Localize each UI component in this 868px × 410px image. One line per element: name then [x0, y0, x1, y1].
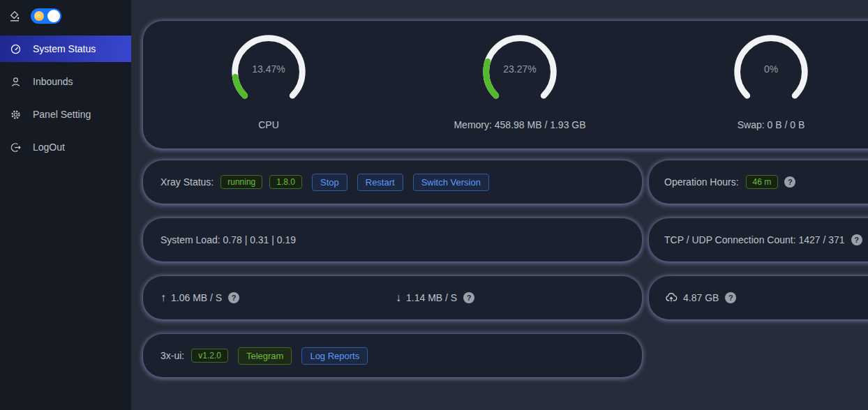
- sidebar-theme-row: [0, 0, 131, 27]
- network-speed-card: ↑ 1.06 MB / S ? ↓ 1.14 MB / S ?: [143, 276, 642, 319]
- swap-percent: 0%: [731, 63, 811, 75]
- cpu-gauge: 13.47% CPU: [150, 31, 387, 149]
- cpu-percent: 13.47%: [228, 63, 309, 75]
- download-arrow-icon: ↓: [396, 291, 401, 304]
- sidebar-item-label: System Status: [33, 43, 96, 54]
- download-speed-value: 1.14 MB / S: [406, 292, 457, 303]
- connection-count-text: TCP / UDP Connection Count: 1427 / 371: [664, 234, 845, 245]
- sidebar: System Status Inbounds Panel Setting Log…: [0, 0, 131, 410]
- user-icon: [10, 76, 22, 88]
- sidebar-item-system-status[interactable]: System Status: [0, 36, 131, 62]
- operation-hours-label: Operation Hours:: [664, 176, 739, 188]
- sidebar-item-logout[interactable]: LogOut: [0, 134, 131, 160]
- switch-version-button[interactable]: Switch Version: [413, 174, 489, 191]
- xray-status-card: Xray Status: running 1.8.0 Stop Restart …: [143, 160, 642, 204]
- upload-arrow-icon: ↑: [160, 291, 166, 304]
- operation-hours-card: Operation Hours: 46 m ?: [649, 160, 868, 204]
- total-usage-card: 4.87 GB ?: [649, 276, 868, 319]
- bg-colors-icon: [8, 10, 21, 22]
- toggle-knob: [47, 10, 60, 22]
- sidebar-item-label: LogOut: [33, 142, 65, 153]
- app-version-card: 3x-ui: v1.2.0 Telegram Log Reports: [143, 334, 642, 377]
- theme-toggle[interactable]: [31, 8, 61, 24]
- main-content: 13.47% CPU 23.27% Memory: 458.98 MB / 1.…: [131, 0, 868, 410]
- help-icon[interactable]: ?: [463, 292, 474, 303]
- system-load-card: System Load: 0.78 | 0.31 | 0.19: [143, 218, 642, 261]
- memory-gauge: 23.27% Memory: 458.98 MB / 1.93 GB: [401, 31, 638, 149]
- sidebar-item-panel-setting[interactable]: Panel Setting: [0, 101, 131, 128]
- cloud-upload-icon: [664, 291, 678, 305]
- connection-count-card: TCP / UDP Connection Count: 1427 / 371 ?: [649, 218, 868, 261]
- memory-percent: 23.27%: [479, 63, 560, 75]
- telegram-button[interactable]: Telegram: [238, 347, 292, 365]
- system-gauges-card: 13.47% CPU 23.27% Memory: 458.98 MB / 1.…: [143, 21, 868, 149]
- swap-caption: Swap: 0 B / 0 B: [738, 119, 805, 130]
- cpu-caption: CPU: [258, 119, 279, 130]
- logout-icon: [10, 142, 22, 153]
- total-usage-value: 4.87 GB: [683, 292, 719, 303]
- xray-running-tag: running: [220, 175, 262, 189]
- xray-version-tag: 1.8.0: [269, 175, 302, 189]
- restart-button[interactable]: Restart: [357, 174, 403, 191]
- dashboard-icon: [10, 43, 22, 55]
- operation-hours-tag: 46 m: [746, 175, 779, 189]
- help-icon[interactable]: ?: [725, 292, 736, 303]
- sidebar-item-label: Inbounds: [33, 76, 73, 87]
- xray-status-label: Xray Status:: [160, 176, 214, 188]
- swap-gauge: 0% Swap: 0 B / 0 B: [652, 31, 868, 149]
- memory-caption: Memory: 458.98 MB / 1.93 GB: [454, 119, 585, 130]
- gear-icon: [10, 109, 22, 121]
- help-icon[interactable]: ?: [851, 234, 862, 245]
- app-version-tag: v1.2.0: [191, 349, 228, 363]
- log-reports-button[interactable]: Log Reports: [301, 347, 368, 365]
- help-icon[interactable]: ?: [784, 176, 795, 188]
- sun-icon: [34, 11, 44, 21]
- sidebar-menu: System Status Inbounds Panel Setting Log…: [0, 36, 131, 160]
- sidebar-item-inbounds[interactable]: Inbounds: [0, 68, 131, 95]
- system-load-text: System Load: 0.78 | 0.31 | 0.19: [160, 234, 296, 245]
- help-icon[interactable]: ?: [228, 292, 239, 303]
- upload-speed-value: 1.06 MB / S: [171, 292, 222, 303]
- app-label: 3x-ui:: [160, 350, 184, 361]
- stop-button[interactable]: Stop: [312, 174, 347, 191]
- sidebar-item-label: Panel Setting: [33, 109, 91, 120]
